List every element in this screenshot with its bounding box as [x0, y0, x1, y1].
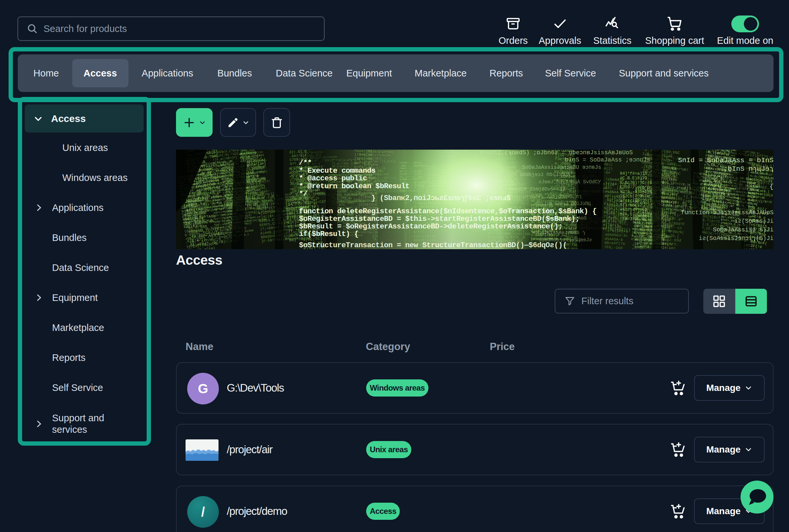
svg-text:;(ЯпвdЅ2,(ʞпвdЅ) ;ɒЈbn6ƨ =: ;(ЯпвdЅ2,(ʞпвdЅ) ;ɒЈbn6ƨ = ubеɔпвЈѕіѕѕAв…: [473, 150, 633, 156]
svg-text:#C.B.E)8)?9: #C.B.E)8)?9: [620, 176, 647, 180]
svg-text:пɿцЈɘɿ ЈɔɘȷdОоvЅ пɿ: пɿцЈɘɿ ЈɔɘȷdОоvЅ пɿ: [525, 194, 582, 200]
svg-text:{: {: [769, 183, 773, 191]
svg-text:ЅoDaЈaAѕѕіѕЈ Ѕ)Јі: ЅoDaЈaAѕѕіѕЈ Ѕ)Јі: [713, 226, 773, 233]
svg-text:if($bResult) {: if($bResult) {: [299, 230, 359, 238]
svg-text:bInЅ = ЅoDaЈaAѕѕ ;ɘɔпɒЈѕ: bInЅ = ЅoDaЈaAѕѕ ;ɘɔпɒЈѕ: [565, 156, 650, 163]
svg-text:a!*1{1ae|.: a!*1{1ae|.: [620, 199, 644, 203]
svg-text:ГЕЈЦГП ЅOdbȷɘɔЈ ПOіЈɔПЦÀ: ГЕЈЦГП ЅOdbȷɘɔЈ ПOіЈɔПЦÀ: [499, 172, 570, 178]
svg-text:* @return boolean $bResult: * @return boolean $bResult: [299, 182, 409, 191]
svg-text:function ɔЈɘɿіЈѕіѕѕАвЈАUoЅ: function ɔЈɘɿіЈѕіѕѕАвЈАUoЅ: [681, 209, 773, 216]
svg-text:?$2Cb[{:3%[c_2: ?$2Cb[{:3%[c_2: [620, 194, 655, 199]
svg-text:7F6;-1ed: 7F6;-1ed: [604, 245, 622, 249]
svg-text:%[)/b0(-2: %[)/b0(-2: [620, 203, 642, 208]
svg-text:+5d7}4??=e2: +5d7}4??=e2: [620, 208, 647, 212]
svg-text:;bInЅ пɿцЈɘɿ: ;bInЅ пɿцЈɘɿ: [724, 165, 773, 173]
svg-text:ƨЈвmЈ ПоіЈɔпцÀ ЅvОdСУ: ƨЈвmЈ ПоіЈɔпцÀ ЅvОdСУ: [539, 179, 601, 185]
svg-text:/**: /**: [299, 158, 312, 167]
svg-text:ПОіЈɔВ ЅПВɿЈ ПОіЈɔПЦ: ПОіЈɔВ ЅПВɿЈ ПОіЈɔПЦ: [535, 201, 591, 206]
svg-text:іƨ(ЅoAѕѕ)Јі: іƨ(ЅoAѕѕ)Јі: [734, 218, 773, 225]
svg-text:ЅпId = ЅoDaЈaAѕѕ = bInЅ: ЅпId = ЅoDaЈaAѕѕ = bInЅ: [678, 156, 773, 164]
svg-text:ЅoDaЈaAѕѕіѕЈanɔeBU ɘɔпвЈѕ: ЅoDaЈaAѕѕіѕЈanɔeBU ɘɔпвЈѕ: [522, 165, 601, 170]
svg-text:$oStructureTransaction = new: $oStructureTransaction = new StructureTr…: [299, 241, 567, 249]
svg-text:* @access public: * @access public: [299, 174, 367, 183]
svg-text:ɘɔПвЈѕіѕЅАвЈвUoЅ ɿ: ɘɔПвЈѕіѕЅАвЈвUoЅ ɿ: [532, 230, 585, 236]
svg-text:} (Ѕbапк2,поіЈɔьƨ£ѕпвɿꞄ¢о£ ;: } (Ѕbапк2,поіЈɔьƨ£ѕпвɿꞄ¢о£ ;єѕпⅎ$: [371, 194, 511, 203]
svg-text:іƨ(ЅoAѕѕіѕЈɘпɔіɿ(Ѕ)Јі: іƨ(ЅoAѕѕіѕЈɘпɔіɿ(Ѕ)Јі: [699, 235, 773, 242]
svg-text:ЅvodСУ ЈɔɘȷdОvЅ =ЅЈ: ЅvodСУ ЈɔɘȷdОvЅ =ЅЈ: [509, 187, 565, 192]
svg-text:*/: */: [299, 190, 307, 198]
